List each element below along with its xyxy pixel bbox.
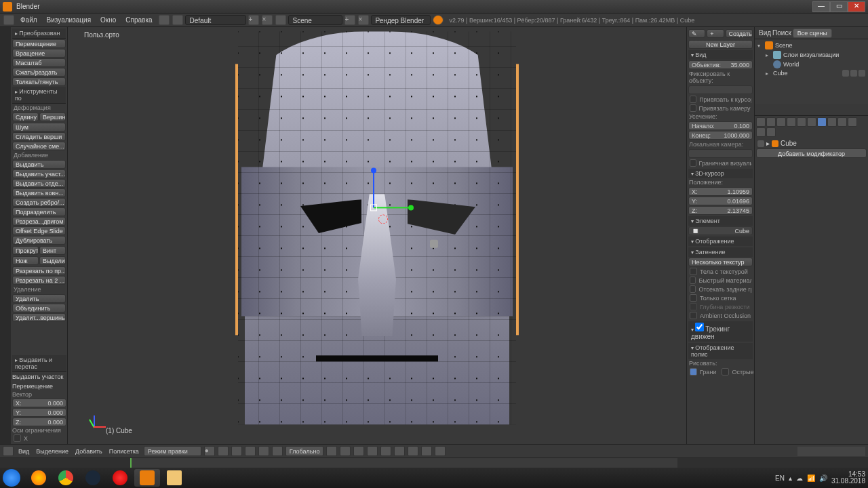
select-icon[interactable] bbox=[850, 70, 857, 77]
multitex-select[interactable]: Несколько текстур bbox=[688, 258, 753, 266]
scene-select[interactable]: Scene bbox=[288, 15, 342, 25]
delete-button[interactable]: Удалить bbox=[12, 294, 66, 303]
editor-type-icon[interactable] bbox=[3, 15, 14, 25]
vh-add[interactable]: Добавить bbox=[73, 448, 104, 455]
tray-volume-icon[interactable]: 🔊 bbox=[819, 474, 827, 482]
cursor-panel-header[interactable]: 3D-курсор bbox=[688, 169, 753, 178]
edge-select-button[interactable] bbox=[245, 446, 256, 456]
gp-draw-button[interactable]: ✎ bbox=[688, 29, 705, 38]
backface-check[interactable]: Отсекать задние гра... bbox=[688, 285, 753, 293]
tray-arrow-icon[interactable]: ▴ bbox=[789, 474, 792, 482]
scene-add-button[interactable]: + bbox=[344, 15, 355, 25]
tab-render[interactable] bbox=[756, 117, 766, 127]
3d-viewport[interactable]: Польз.орто (1) Cube bbox=[68, 27, 686, 444]
clip-start-input[interactable]: Начало:0.100 bbox=[688, 121, 753, 130]
outliner-search-menu[interactable]: Поиск bbox=[772, 29, 791, 37]
scene-del-button[interactable]: × bbox=[358, 15, 369, 25]
limit-sel-button[interactable] bbox=[272, 446, 283, 456]
lock-object-input[interactable] bbox=[688, 85, 753, 94]
mode-select[interactable]: Режим правки bbox=[144, 446, 201, 456]
extrude-indiv-button[interactable]: Выдавить отде... bbox=[12, 179, 66, 188]
poly-panel-header[interactable]: Отображение полис bbox=[688, 343, 753, 359]
noise-button[interactable]: Шум bbox=[12, 123, 66, 131]
local-cam-input[interactable] bbox=[688, 149, 753, 158]
start-button[interactable] bbox=[3, 469, 20, 487]
outliner-renderlayers-row[interactable]: ▸ Слои визуализации bbox=[756, 50, 867, 60]
random-button[interactable]: Случайное сме... bbox=[12, 142, 66, 150]
menu-help[interactable]: Справка bbox=[121, 15, 156, 25]
vh-view[interactable]: Вид bbox=[16, 448, 31, 455]
create-button[interactable]: Создать bbox=[726, 29, 753, 38]
tab-physics[interactable] bbox=[766, 127, 776, 137]
motion-panel-header[interactable]: Трекинг движен bbox=[688, 321, 753, 342]
elem-name-input[interactable]: 🔲Cube bbox=[688, 226, 753, 235]
tab-renderlayers[interactable] bbox=[766, 117, 776, 127]
back-button[interactable] bbox=[159, 15, 170, 25]
layout-add-button[interactable]: + bbox=[248, 15, 259, 25]
pivot-button[interactable] bbox=[218, 446, 229, 456]
outliner-cube-row[interactable]: ▸ Cube bbox=[756, 69, 867, 77]
op-x-input[interactable]: X:0.000 bbox=[12, 399, 66, 407]
outliner[interactable]: ▾ Scene ▸ Слои визуализации World ▸ Cube bbox=[755, 39, 868, 104]
tab-constraints[interactable] bbox=[807, 117, 816, 127]
clip-end-input[interactable]: Конец:1000.000 bbox=[688, 131, 753, 140]
firefox-button[interactable] bbox=[26, 469, 52, 487]
3dview-editor-icon[interactable] bbox=[3, 446, 14, 456]
extrude-button[interactable]: Выдавить bbox=[12, 160, 66, 169]
menu-render[interactable]: Визуализация bbox=[43, 15, 95, 25]
new-layer-button[interactable]: New Layer bbox=[688, 40, 753, 49]
fastmat-check[interactable]: Быстрый материал (... bbox=[688, 276, 753, 285]
tray-cloud-icon[interactable]: ☁ bbox=[796, 474, 803, 482]
scale-button[interactable]: Масштаб bbox=[12, 58, 66, 67]
vert-select-button[interactable] bbox=[231, 446, 242, 456]
snap-camera-check[interactable]: Привязать камеру к ... bbox=[688, 104, 753, 113]
dup-button[interactable]: Дублировать bbox=[12, 236, 66, 245]
menu-file[interactable]: Файл bbox=[16, 15, 41, 25]
sharp-check[interactable]: Острые bbox=[720, 367, 754, 376]
tab-particles[interactable] bbox=[756, 127, 766, 137]
shrink-button[interactable]: Сжать/раздать bbox=[12, 68, 66, 77]
cursor-x-input[interactable]: X:1.10959 bbox=[688, 187, 753, 196]
operator-title[interactable]: Выдавить и перетас bbox=[12, 355, 66, 372]
close-button[interactable]: ✕ bbox=[848, 1, 865, 12]
rotate-button[interactable]: Вращение bbox=[12, 49, 66, 58]
extrude-region-button[interactable]: Выдавить участ... bbox=[12, 169, 66, 178]
manip-rotate[interactable] bbox=[353, 446, 364, 456]
smooth-button[interactable]: Сгладить верши bbox=[12, 132, 66, 141]
vh-select[interactable]: Выделение bbox=[34, 448, 71, 455]
lens-input[interactable]: Объектив:35.000 bbox=[688, 60, 753, 69]
create-edge-button[interactable]: Создать ребро/... bbox=[12, 198, 66, 207]
gp-add-button[interactable]: + bbox=[707, 29, 724, 38]
prop-edit-toggle[interactable] bbox=[421, 446, 432, 456]
vertex-button[interactable]: Вершин bbox=[39, 113, 66, 121]
offset-button[interactable]: Offset Edge Slide bbox=[12, 226, 66, 235]
prop-edit-falloff[interactable] bbox=[435, 446, 446, 456]
op-y-input[interactable]: Y:0.000 bbox=[12, 408, 66, 417]
op-z-input[interactable]: Z:0.000 bbox=[12, 418, 66, 426]
snap-cursor-check[interactable]: Привязать к курсору bbox=[688, 95, 753, 104]
shading-mode-button[interactable]: ● bbox=[204, 446, 215, 456]
tab-material[interactable] bbox=[837, 117, 847, 127]
view-panel-header[interactable]: Вид bbox=[688, 50, 753, 60]
vh-mesh[interactable]: Полисетка bbox=[107, 448, 141, 455]
orientation-select[interactable]: Глобально bbox=[285, 446, 324, 456]
bound-check[interactable]: Граничная визуализ... bbox=[688, 159, 753, 167]
snap-element[interactable] bbox=[408, 446, 418, 456]
steam-button[interactable] bbox=[80, 469, 106, 487]
extrude-along-button[interactable]: Выдавить вовн... bbox=[12, 188, 66, 197]
eye-icon[interactable] bbox=[842, 70, 849, 77]
outliner-view-menu[interactable]: Вид bbox=[759, 29, 771, 37]
knife-button[interactable]: Нож bbox=[12, 256, 39, 265]
tab-world[interactable] bbox=[787, 117, 796, 127]
face-select-button[interactable] bbox=[258, 446, 269, 456]
engine-select[interactable]: Рендер Blender bbox=[371, 15, 431, 25]
elem-panel-header[interactable]: Элемент bbox=[688, 216, 753, 226]
add-modifier-button[interactable]: Добавить модификатор bbox=[756, 148, 867, 158]
manip-scale[interactable] bbox=[367, 446, 378, 456]
cut2-button[interactable]: Разрезать на 2 ... bbox=[12, 276, 66, 285]
cursor-z-input[interactable]: Z:2.13745 bbox=[688, 206, 753, 215]
cut-button[interactable]: Разрезать по пр... bbox=[12, 266, 66, 275]
pushpull-button[interactable]: Толкать/тянуть bbox=[12, 77, 66, 86]
explorer-button[interactable] bbox=[161, 469, 187, 487]
blender-taskbar-button[interactable] bbox=[134, 469, 160, 487]
